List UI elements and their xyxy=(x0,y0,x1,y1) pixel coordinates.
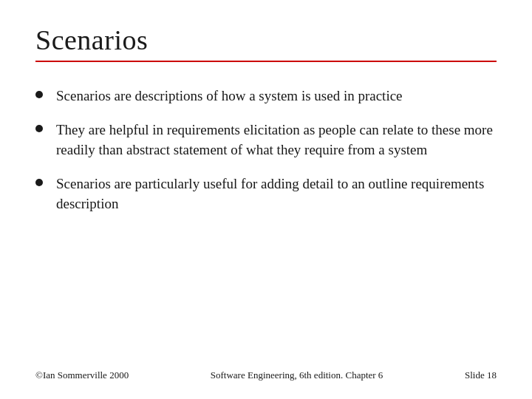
footer-copyright: ©Ian Sommerville 2000 xyxy=(35,369,129,381)
content-area: Scenarios are descriptions of how a syst… xyxy=(35,86,497,364)
bullet-text-1: Scenarios are descriptions of how a syst… xyxy=(56,86,403,106)
bullet-dot-2 xyxy=(35,125,43,132)
bullet-dot-3 xyxy=(35,179,43,186)
title-divider xyxy=(35,61,497,62)
bullet-text-3: Scenarios are particularly useful for ad… xyxy=(56,174,497,214)
footer: ©Ian Sommerville 2000 Software Engineeri… xyxy=(35,364,497,381)
bullet-item-1: Scenarios are descriptions of how a syst… xyxy=(35,86,497,106)
slide-title: Scenarios xyxy=(35,24,497,56)
slide: Scenarios Scenarios are descriptions of … xyxy=(0,0,532,399)
footer-slide-number: Slide 18 xyxy=(465,369,497,381)
bullet-dot-1 xyxy=(35,91,43,98)
bullet-item-3: Scenarios are particularly useful for ad… xyxy=(35,174,497,214)
title-section: Scenarios xyxy=(35,24,497,80)
bullet-item-2: They are helpful in requirements elicita… xyxy=(35,120,497,160)
bullet-text-2: They are helpful in requirements elicita… xyxy=(56,120,497,160)
footer-edition: Software Engineering, 6th edition. Chapt… xyxy=(211,369,383,381)
